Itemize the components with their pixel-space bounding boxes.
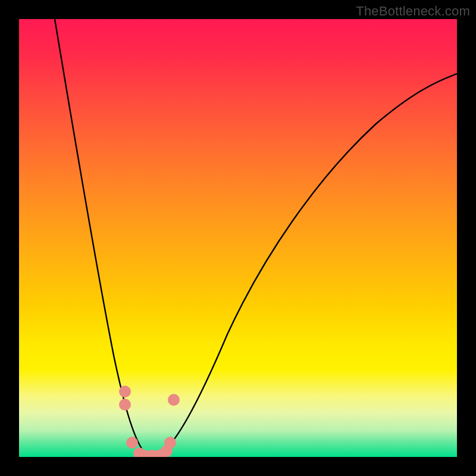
- svg-point-2: [126, 437, 138, 449]
- chart-frame: TheBottleneck.com: [0, 0, 476, 476]
- curve-layer: [19, 19, 457, 457]
- bottleneck-curve: [55, 19, 457, 456]
- plot-area: [19, 19, 457, 457]
- svg-point-10: [168, 394, 180, 406]
- svg-point-1: [119, 399, 131, 411]
- svg-point-9: [164, 437, 176, 449]
- watermark-text: TheBottleneck.com: [356, 4, 470, 19]
- marker-dots: [119, 386, 180, 457]
- svg-point-0: [119, 386, 131, 397]
